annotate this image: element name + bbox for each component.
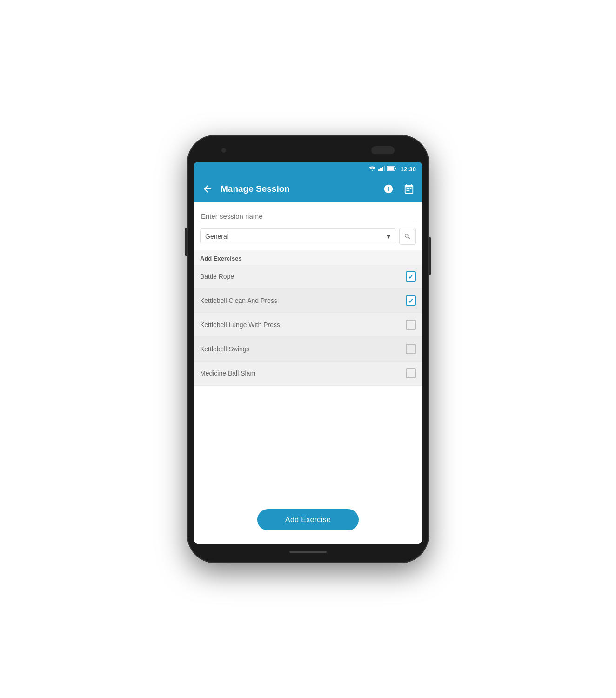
svg-rect-1 — [380, 168, 382, 171]
exercise-checkbox[interactable] — [406, 320, 416, 330]
info-button[interactable] — [382, 182, 395, 196]
session-name-input[interactable] — [200, 209, 416, 223]
page-title: Manage Session — [221, 184, 376, 194]
app-bar: Manage Session — [194, 176, 422, 202]
bottom-area: Add Exercise — [194, 386, 422, 544]
speaker-grille — [371, 146, 395, 154]
calendar-button[interactable] — [402, 182, 416, 196]
add-exercises-label: Add Exercises — [194, 250, 422, 265]
checkmark-icon: ✓ — [408, 297, 414, 304]
checkmark-icon: ✓ — [408, 273, 414, 280]
svg-rect-10 — [407, 190, 408, 191]
svg-rect-0 — [378, 169, 380, 171]
exercise-name: Medicine Ball Slam — [200, 369, 255, 377]
add-exercise-button[interactable]: Add Exercise — [257, 509, 359, 530]
content-area: General Strength Cardio Flexibility ▼ Ad… — [194, 202, 422, 544]
svg-rect-11 — [408, 190, 410, 191]
app-bar-icons — [382, 182, 416, 196]
phone-top-bar — [194, 143, 422, 157]
battery-icon — [387, 165, 396, 173]
category-row: General Strength Cardio Flexibility ▼ — [194, 228, 422, 250]
exercise-checkbox[interactable] — [406, 344, 416, 354]
status-icons: 12:30 — [368, 165, 416, 173]
exercise-name: Kettlebell Swings — [200, 345, 250, 353]
phone-bottom-bar — [194, 547, 422, 557]
exercise-checkbox[interactable] — [406, 368, 416, 378]
svg-rect-5 — [395, 168, 396, 169]
home-indicator — [289, 551, 327, 553]
exercise-item[interactable]: Kettlebell Lunge With Press — [194, 313, 422, 337]
svg-rect-3 — [384, 166, 385, 171]
exercise-name: Battle Rope — [200, 273, 234, 280]
signal-icon — [378, 165, 385, 173]
exercise-item[interactable]: Medicine Ball Slam — [194, 362, 422, 386]
exercise-name: Kettlebell Clean And Press — [200, 297, 277, 304]
exercise-item[interactable]: Battle Rope✓ — [194, 265, 422, 289]
exercise-checkbox[interactable]: ✓ — [406, 271, 416, 282]
wifi-icon — [368, 165, 376, 173]
svg-rect-9 — [410, 188, 412, 189]
phone-screen: 12:30 Manage Session — [194, 162, 422, 544]
back-button[interactable] — [200, 181, 215, 196]
exercise-checkbox[interactable]: ✓ — [406, 295, 416, 306]
svg-rect-7 — [407, 188, 408, 189]
svg-rect-2 — [382, 167, 383, 171]
exercise-list: Battle Rope✓Kettlebell Clean And Press✓K… — [194, 265, 422, 386]
svg-rect-8 — [408, 188, 410, 189]
category-select-wrap: General Strength Cardio Flexibility ▼ — [200, 228, 395, 244]
category-select[interactable]: General Strength Cardio Flexibility — [200, 228, 395, 244]
status-bar: 12:30 — [194, 162, 422, 176]
svg-rect-6 — [388, 167, 394, 170]
phone-device: 12:30 Manage Session — [187, 135, 429, 563]
session-input-section — [194, 202, 422, 228]
exercise-item[interactable]: Kettlebell Swings — [194, 337, 422, 362]
search-button[interactable] — [399, 228, 416, 245]
status-time: 12:30 — [401, 166, 416, 173]
exercise-name: Kettlebell Lunge With Press — [200, 321, 280, 329]
exercise-item[interactable]: Kettlebell Clean And Press✓ — [194, 289, 422, 313]
camera-dot — [221, 148, 226, 153]
